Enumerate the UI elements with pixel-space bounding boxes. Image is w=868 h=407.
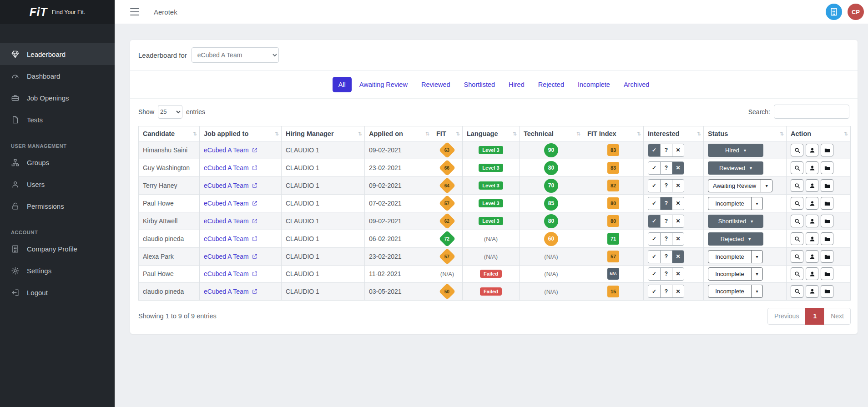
candidate-profile-button[interactable] [806,267,818,280]
sidebar-item-company-profile[interactable]: Company Profile [0,238,115,260]
page-size-select[interactable]: 25 [158,105,182,119]
candidate-profile-button[interactable] [806,144,818,156]
job-link[interactable]: eCubed A Team [204,217,249,225]
status-dropdown[interactable]: Hired▾ [708,144,763,157]
view-candidate-button[interactable] [791,197,803,210]
menu-toggle-icon[interactable] [130,7,139,17]
candidate-files-button[interactable] [821,250,833,263]
interested-no-button[interactable]: ✕ [672,162,684,174]
job-link[interactable]: eCubed A Team [204,253,249,260]
tab-all[interactable]: All [333,77,352,92]
interested-no-button[interactable]: ✕ [672,233,684,245]
interested-no-button[interactable]: ✕ [672,144,684,156]
job-link[interactable]: eCubed A Team [204,182,249,189]
interested-yes-button[interactable]: ✓ [648,215,660,227]
sidebar-item-tests[interactable]: Tests [0,109,115,131]
brand-logo[interactable]: FiT Find Your Fit. [0,0,115,24]
interested-yes-button[interactable]: ✓ [648,144,660,156]
candidate-profile-button[interactable] [806,215,818,227]
interested-yes-button[interactable]: ✓ [648,233,660,245]
sidebar-item-permissions[interactable]: Permissions [0,195,115,217]
interested-yes-button[interactable]: ✓ [648,162,660,174]
sidebar-item-logout[interactable]: Logout [0,281,115,303]
column-header-technical[interactable]: Technical⇅ [520,126,583,141]
interested-no-button[interactable]: ✕ [672,285,684,297]
candidate-profile-button[interactable] [806,161,818,174]
column-header-interested[interactable]: Interested⇅ [644,126,704,141]
job-link[interactable]: eCubed A Team [204,288,249,295]
tab-rejected[interactable]: Rejected [532,77,570,92]
interested-no-button[interactable]: ✕ [672,268,684,280]
interested-maybe-button[interactable]: ? [660,285,672,297]
job-link[interactable]: eCubed A Team [204,164,249,171]
view-candidate-button[interactable] [791,215,803,227]
view-candidate-button[interactable] [791,285,803,298]
interested-no-button[interactable]: ✕ [672,197,684,210]
column-header-language[interactable]: Language⇅ [463,126,520,141]
column-header-candidate[interactable]: Candidate⇅ [139,126,200,141]
candidate-files-button[interactable] [821,232,833,245]
interested-yes-button[interactable]: ✓ [648,268,660,280]
team-select[interactable]: eCubed A Team [192,47,279,63]
status-dropdown[interactable]: Incomplete▾ [708,285,763,298]
status-dropdown[interactable]: Incomplete▾ [708,197,763,210]
candidate-files-button[interactable] [821,267,833,280]
sidebar-item-leaderboard[interactable]: Leaderboard [0,43,115,65]
candidate-files-button[interactable] [821,179,833,192]
status-dropdown[interactable]: Reviewed▾ [708,161,763,175]
interested-maybe-button[interactable]: ? [660,268,672,280]
column-header-hiring-manager[interactable]: Hiring Manager⇅ [282,126,365,141]
user-avatar[interactable]: CP [848,4,864,20]
candidate-profile-button[interactable] [806,285,818,298]
candidate-profile-button[interactable] [806,179,818,192]
column-header-job-applied-to[interactable]: Job applied to⇅ [200,126,282,141]
interested-maybe-button[interactable]: ? [660,233,672,245]
job-link[interactable]: eCubed A Team [204,146,249,154]
sidebar-item-users[interactable]: Users [0,173,115,195]
sidebar-item-job-openings[interactable]: Job Openings [0,87,115,109]
status-dropdown[interactable]: Incomplete▾ [708,250,763,263]
tab-hired[interactable]: Hired [503,77,530,92]
view-candidate-button[interactable] [791,232,803,245]
column-header-status[interactable]: Status⇅ [704,126,787,141]
tab-reviewed[interactable]: Reviewed [415,77,456,92]
interested-maybe-button[interactable]: ? [660,197,672,210]
candidate-files-button[interactable] [821,285,833,298]
tab-archived[interactable]: Archived [618,77,655,92]
candidate-files-button[interactable] [821,197,833,210]
next-page-button[interactable]: Next [824,308,851,325]
candidate-files-button[interactable] [821,144,833,156]
sidebar-item-groups[interactable]: Groups [0,151,115,173]
interested-maybe-button[interactable]: ? [660,251,672,263]
column-header-fit[interactable]: FIT⇅ [432,126,463,141]
view-candidate-button[interactable] [791,179,803,192]
interested-maybe-button[interactable]: ? [660,162,672,174]
tab-awaiting-review[interactable]: Awaiting Review [353,77,414,92]
search-input[interactable] [774,105,849,119]
sidebar-item-settings[interactable]: Settings [0,260,115,281]
candidate-profile-button[interactable] [806,232,818,245]
interested-yes-button[interactable]: ✓ [648,285,660,297]
status-dropdown[interactable]: Awaiting Review▾ [708,179,772,192]
tab-incomplete[interactable]: Incomplete [572,77,616,92]
interested-no-button[interactable]: ✕ [672,215,684,227]
column-header-action[interactable]: Action⇅ [787,126,851,141]
column-header-applied-on[interactable]: Applied on⇅ [365,126,432,141]
tab-shortlisted[interactable]: Shortlisted [458,77,501,92]
page-1-button[interactable]: 1 [805,308,824,325]
column-header-fit-index[interactable]: FIT Index⇅ [583,126,644,141]
interested-maybe-button[interactable]: ? [660,144,672,156]
interested-no-button[interactable]: ✕ [672,180,684,192]
status-dropdown[interactable]: Rejected▾ [708,232,763,246]
sidebar-item-dashboard[interactable]: Dashboard [0,65,115,87]
interested-maybe-button[interactable]: ? [660,215,672,227]
view-candidate-button[interactable] [791,267,803,280]
previous-page-button[interactable]: Previous [767,308,806,325]
job-link[interactable]: eCubed A Team [204,270,249,277]
job-link[interactable]: eCubed A Team [204,200,249,207]
view-candidate-button[interactable] [791,250,803,263]
status-dropdown[interactable]: Shortlisted▾ [708,215,763,228]
status-dropdown[interactable]: Incomplete▾ [708,267,763,281]
interested-no-button[interactable]: ✕ [672,251,684,263]
candidate-profile-button[interactable] [806,250,818,263]
